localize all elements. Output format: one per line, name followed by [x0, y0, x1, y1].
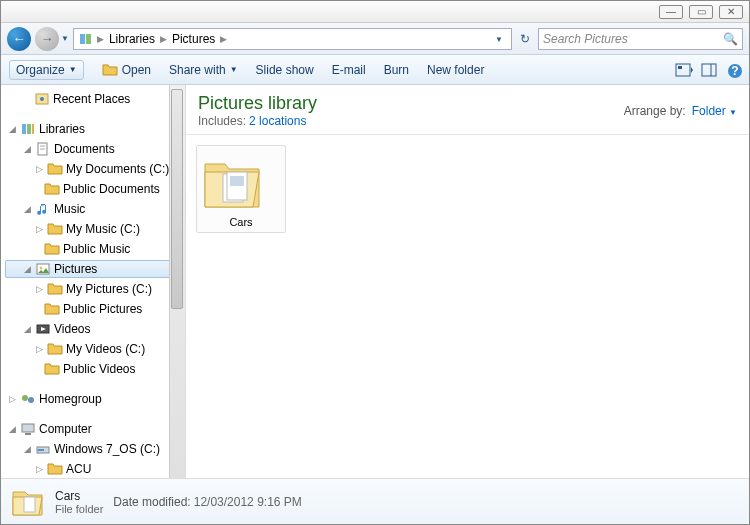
email-button[interactable]: E-mail — [332, 63, 366, 77]
tree-recent-places[interactable]: Recent Places — [5, 90, 185, 108]
address-dropdown[interactable]: ▼ — [491, 33, 507, 44]
folder-icon — [47, 221, 63, 237]
svg-rect-1 — [86, 34, 91, 44]
maximize-button[interactable]: ▭ — [689, 5, 713, 19]
slideshow-button[interactable]: Slide show — [256, 63, 314, 77]
videos-icon — [35, 321, 51, 337]
details-name: Cars — [55, 489, 103, 503]
details-modified-label: Date modified: — [113, 495, 190, 509]
tree-computer[interactable]: ◢Computer — [5, 420, 185, 438]
svg-point-20 — [28, 397, 34, 403]
tree-homegroup[interactable]: ▷Homegroup — [5, 390, 185, 408]
breadcrumb-separator: ▶ — [97, 34, 104, 44]
folder-icon — [44, 241, 60, 257]
items-grid[interactable]: Cars — [186, 135, 749, 478]
tree-videos[interactable]: ◢Videos — [5, 320, 185, 338]
folder-item-cars[interactable]: Cars — [196, 145, 286, 233]
tree-music[interactable]: ◢Music — [5, 200, 185, 218]
details-modified-value: 12/03/2012 9:16 PM — [194, 495, 302, 509]
svg-rect-22 — [25, 433, 31, 435]
svg-rect-24 — [38, 449, 44, 451]
svg-point-17 — [40, 267, 43, 270]
navigation-pane: Recent Places ◢Libraries ◢Documents ▷My … — [1, 85, 186, 478]
tree-my-documents[interactable]: ▷My Documents (C:) — [5, 160, 185, 178]
svg-rect-11 — [27, 124, 31, 134]
folder-icon — [47, 461, 63, 477]
title-bar: — ▭ ✕ — [1, 1, 749, 23]
svg-rect-28 — [24, 497, 35, 512]
back-button[interactable]: ← — [7, 27, 31, 51]
burn-button[interactable]: Burn — [384, 63, 409, 77]
command-bar: Organize ▼ Open Share with ▼ Slide show … — [1, 55, 749, 85]
library-header: Pictures library Includes: 2 locations A… — [186, 85, 749, 135]
sidebar-scrollbar[interactable] — [169, 85, 185, 478]
open-icon — [102, 62, 118, 78]
documents-icon — [35, 141, 51, 157]
open-button[interactable]: Open — [102, 62, 151, 78]
folder-icon — [47, 161, 63, 177]
recent-icon — [34, 91, 50, 107]
search-placeholder: Search Pictures — [543, 32, 628, 46]
library-icon — [78, 31, 94, 47]
arrange-by-button[interactable]: Folder ▼ — [692, 104, 737, 118]
svg-rect-4 — [702, 64, 716, 76]
view-button[interactable] — [675, 63, 689, 77]
breadcrumb-pictures[interactable]: Pictures — [170, 32, 217, 46]
close-button[interactable]: ✕ — [719, 5, 743, 19]
tree-my-music[interactable]: ▷My Music (C:) — [5, 220, 185, 238]
search-input[interactable]: Search Pictures 🔍 — [538, 28, 743, 50]
tree-documents[interactable]: ◢Documents — [5, 140, 185, 158]
tree-libraries[interactable]: ◢Libraries — [5, 120, 185, 138]
svg-point-9 — [40, 97, 44, 101]
forward-button[interactable]: → — [35, 27, 59, 51]
new-folder-button[interactable]: New folder — [427, 63, 484, 77]
svg-rect-27 — [230, 176, 244, 186]
breadcrumb-libraries[interactable]: Libraries — [107, 32, 157, 46]
tree-my-pictures[interactable]: ▷My Pictures (C:) — [5, 280, 185, 298]
folder-icon — [47, 281, 63, 297]
organize-button[interactable]: Organize ▼ — [9, 60, 84, 80]
details-icon — [9, 484, 45, 520]
folder-icon — [44, 361, 60, 377]
tree-pictures[interactable]: ◢Pictures — [5, 260, 185, 278]
tree-public-music[interactable]: Public Music — [5, 240, 185, 258]
library-title: Pictures library — [198, 93, 317, 114]
svg-rect-12 — [32, 124, 34, 134]
tree-os-drive[interactable]: ◢Windows 7_OS (C:) — [5, 440, 185, 458]
libraries-icon — [20, 121, 36, 137]
svg-text:?: ? — [731, 64, 738, 78]
recent-locations-dropdown[interactable]: ▼ — [61, 34, 69, 43]
minimize-button[interactable]: — — [659, 5, 683, 19]
folder-icon — [47, 341, 63, 357]
content-pane: Pictures library Includes: 2 locations A… — [186, 85, 749, 478]
folder-icon — [197, 152, 285, 214]
tree-public-pictures[interactable]: Public Pictures — [5, 300, 185, 318]
address-bar: ← → ▼ ▶ Libraries ▶ Pictures ▶ ▼ ↻ Searc… — [1, 23, 749, 55]
svg-rect-21 — [22, 424, 34, 432]
computer-icon — [20, 421, 36, 437]
tree-acu[interactable]: ▷ACU — [5, 460, 185, 478]
breadcrumb-separator: ▶ — [160, 34, 167, 44]
tree-public-videos[interactable]: Public Videos — [5, 360, 185, 378]
share-with-button[interactable]: Share with ▼ — [169, 63, 238, 77]
drive-icon — [35, 441, 51, 457]
refresh-button[interactable]: ↻ — [516, 32, 534, 46]
search-icon: 🔍 — [723, 32, 738, 46]
folder-icon — [44, 181, 60, 197]
svg-rect-0 — [80, 34, 85, 44]
svg-rect-2 — [676, 64, 690, 76]
help-button[interactable]: ? — [727, 63, 741, 77]
tree-my-videos[interactable]: ▷My Videos (C:) — [5, 340, 185, 358]
includes-link[interactable]: 2 locations — [249, 114, 306, 128]
arrange-by-label: Arrange by: — [624, 104, 686, 118]
tree-public-documents[interactable]: Public Documents — [5, 180, 185, 198]
includes-label: Includes: — [198, 114, 246, 128]
folder-icon — [44, 301, 60, 317]
pictures-icon — [35, 261, 51, 277]
details-type: File folder — [55, 503, 103, 515]
homegroup-icon — [20, 391, 36, 407]
breadcrumb-bar[interactable]: ▶ Libraries ▶ Pictures ▶ ▼ — [73, 28, 512, 50]
preview-pane-button[interactable] — [701, 63, 715, 77]
breadcrumb-separator: ▶ — [220, 34, 227, 44]
svg-rect-3 — [678, 66, 682, 69]
